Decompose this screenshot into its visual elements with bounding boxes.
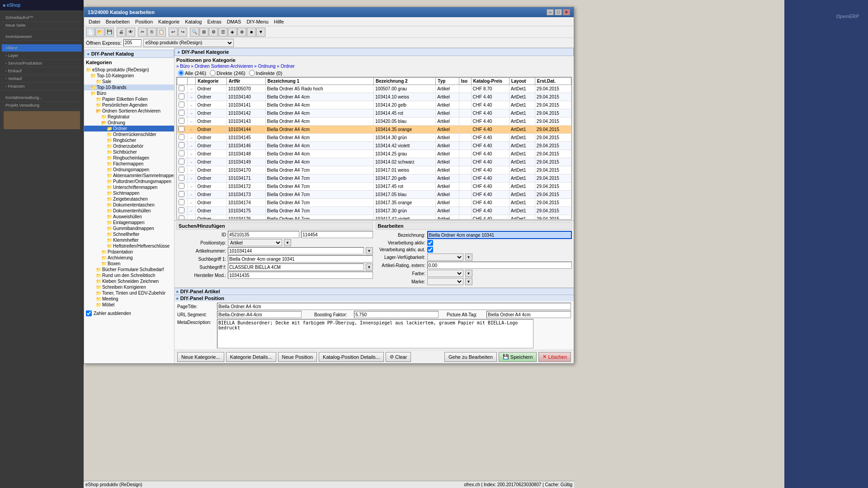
table-row[interactable]: → Ordner 101034148 Biella Ordner A4 4cm … — [177, 150, 571, 158]
katalog-position-details-button[interactable]: Katalog-Position Details... — [319, 352, 384, 362]
row-checkbox[interactable] — [179, 126, 184, 132]
tb-copy[interactable]: ⎘ — [147, 28, 156, 37]
tree-item-gummibandmappen[interactable]: 📁 Gummibandmappen — [84, 225, 174, 231]
rating-input[interactable] — [427, 262, 572, 269]
close-button[interactable]: ✕ — [563, 9, 570, 15]
row-checkbox[interactable] — [179, 167, 184, 173]
tree-item-ordnerz[interactable]: 📁 Ordnerzubehör — [84, 143, 174, 149]
boosting-input[interactable] — [354, 311, 439, 318]
filter-direkte[interactable]: Direkte (246) — [210, 70, 245, 76]
table-row[interactable]: → Ordner 101034170 Biella Ordner A4 7cm … — [177, 166, 571, 174]
tree-item-schreiben[interactable]: 📁 Schreiben Korrigieren — [84, 284, 174, 290]
table-row[interactable]: → Ordner 101034175 Biella Ordner A4 7cm … — [177, 207, 571, 215]
menu-bearbeiten[interactable]: Bearbeiten — [103, 19, 132, 25]
tree-item-buero[interactable]: 📁 Büro — [84, 90, 174, 96]
tree-item-ausweishuellen[interactable]: 📁 Ausweishüllen — [84, 214, 174, 220]
nav-service[interactable]: ◦ Service/Produktion — [2, 60, 82, 67]
nav-einkauf[interactable]: ◦ Einkauf — [2, 67, 82, 75]
tb-redo[interactable]: ↪ — [178, 28, 187, 37]
tree-item-dokumentenhuellenl[interactable]: 📁 Dokumentenhüllen — [84, 208, 174, 214]
loeschen-button[interactable]: ✕ Löschen — [538, 352, 571, 362]
tree-item-boxen[interactable]: 📁 Boxen — [84, 261, 174, 267]
nav-schnellaufruf[interactable]: Schnellaufruf™ — [2, 14, 82, 22]
id-input[interactable] — [228, 231, 299, 238]
table-row[interactable]: → Ordner 101034144 Biella Ordner A4 4cm … — [177, 126, 571, 134]
tree-item-ringbuecher[interactable]: 📁 Ringbücher — [84, 137, 174, 143]
th-bez1[interactable]: Bezeichnung 1 — [265, 78, 373, 85]
neue-position-button[interactable]: Neue Position — [278, 352, 317, 362]
kategorie-details-button[interactable]: Kategorie Details... — [226, 352, 276, 362]
lager-select[interactable] — [427, 253, 463, 261]
tree-item-buecher[interactable]: 📁 Bücher Formulare Schulbedarf — [84, 267, 174, 272]
nav-verkauf[interactable]: ◦ Verkauf — [2, 75, 82, 83]
tb-extra5[interactable]: ▼ — [256, 28, 265, 37]
tree-item-faechermappen[interactable]: 📁 Fächermappen — [84, 161, 174, 167]
row-checkbox[interactable] — [179, 102, 184, 108]
tb-find[interactable]: 🔍 — [190, 28, 199, 37]
express-number-input[interactable] — [123, 39, 142, 47]
nav-finanzen[interactable]: ◦ Finanzen — [2, 83, 82, 90]
th-iso[interactable]: Iso — [459, 78, 471, 85]
tree-item-top10brands[interactable]: 📁 Top-10-Brands — [84, 84, 174, 90]
tb-paste[interactable]: 📋 — [157, 28, 166, 37]
menu-hilfe[interactable]: Hilfe — [271, 19, 287, 25]
tree-item-dokumententaschen[interactable]: 📁 Dokumententaschen — [84, 202, 174, 208]
row-checkbox[interactable] — [179, 207, 184, 213]
hersteller-input[interactable] — [228, 272, 373, 279]
tb-filter[interactable]: ⊞ — [199, 28, 208, 37]
tb-extra2[interactable]: ◈ — [228, 28, 237, 37]
tree-item-schreibtisch[interactable]: 📁 Rund um den Schreibtisch — [84, 272, 174, 278]
tree-item-meeting[interactable]: 📁 Meeting — [84, 296, 174, 302]
suchbegriff1-input[interactable] — [228, 255, 373, 263]
table-row[interactable]: → Ordner 101034140 Biella Ordner A4 4cm … — [177, 93, 571, 101]
verarbeitung-aktiv2-checkbox[interactable] — [427, 247, 433, 253]
tree-item-papier[interactable]: 📁 Papier Etiketten Folien — [84, 96, 174, 102]
tb-extra1[interactable]: ☰ — [218, 28, 227, 37]
tb-settings[interactable]: ⚙ — [209, 28, 218, 37]
tb-extra4[interactable]: ■ — [247, 28, 256, 37]
tree-item-aktensammler[interactable]: 📁 Aktensammler/Sammelmappen — [84, 173, 174, 178]
th-bez2[interactable]: Bezeichnung 2 — [374, 78, 436, 85]
lager-btn[interactable]: ▼ — [465, 253, 472, 261]
tb-open[interactable]: 📂 — [95, 28, 104, 37]
farbe-select[interactable] — [427, 270, 463, 277]
filter-direkte-radio[interactable] — [210, 70, 216, 76]
row-checkbox[interactable] — [179, 183, 184, 189]
menu-dmas[interactable]: DMAS — [224, 19, 244, 25]
table-row[interactable]: → Ordner 101034141 Biella Ordner A4 4cm … — [177, 101, 571, 109]
table-row[interactable]: → Ordner 101034171 Biella Ordner A4 7cm … — [177, 174, 571, 183]
filter-indirekte[interactable]: Indirekte (0) — [249, 70, 283, 76]
zahler-checkbox[interactable] — [86, 310, 92, 316]
th-layout[interactable]: Layout — [509, 78, 535, 85]
nav-layer[interactable]: ◦ Layer — [2, 52, 82, 60]
verarbeitung-aktiv-checkbox[interactable] — [427, 240, 433, 246]
page-title-input[interactable] — [217, 303, 571, 310]
filter-indirekte-radio[interactable] — [249, 70, 255, 76]
tree-item-toner[interactable]: 📁 Toner, Tinten und EDV-Zubehör — [84, 290, 174, 296]
marke-select[interactable] — [427, 278, 463, 285]
tree-item-unterschriften[interactable]: 📁 Unterschriftenmappen — [84, 184, 174, 190]
th-katalogpreis[interactable]: Katalog-Preis — [471, 78, 509, 85]
table-row[interactable]: → Ordner 101034145 Biella Ordner A4 4cm … — [177, 134, 571, 142]
nav-projekt[interactable]: Projekt Verwaltung — [2, 102, 82, 109]
maximize-button[interactable]: □ — [555, 9, 562, 15]
tree-item-klemmhefter[interactable]: 📁 Klemmhefter — [84, 237, 174, 243]
tree-item-rueckenschilder[interactable]: 📁 Ordnerrückenschilder — [84, 131, 174, 137]
th-typ[interactable]: Typ — [436, 78, 459, 85]
th-artnr[interactable]: ArtNr — [226, 78, 265, 85]
table-row[interactable]: → Ordner 101034173 Biella Ordner A4 7cm … — [177, 191, 571, 199]
filter-alle[interactable]: Alle (246) — [178, 70, 206, 76]
bezeichnung-input[interactable] — [427, 231, 572, 239]
tb-undo[interactable]: ↩ — [169, 28, 178, 37]
tb-extra3[interactable]: ⊕ — [237, 28, 246, 37]
menu-datei[interactable]: Datei — [86, 19, 103, 25]
nav-inventarwesen[interactable]: Inventarwesen — [2, 33, 82, 41]
th-date[interactable]: Erst.Dat. — [535, 78, 571, 85]
marke-btn[interactable]: ▼ — [465, 278, 472, 285]
tree-item-sichtmappen[interactable]: 📁 Sichtmappen — [84, 190, 174, 196]
artikelnummer-input[interactable] — [228, 247, 364, 254]
row-checkbox[interactable] — [179, 134, 184, 140]
tree-item-einlagemappen[interactable]: 📁 Einlagemappen — [84, 220, 174, 225]
row-checkbox[interactable] — [179, 159, 184, 164]
gehe-zu-bearbeiten-button[interactable]: Gehe zu Bearbeiten — [444, 352, 497, 362]
